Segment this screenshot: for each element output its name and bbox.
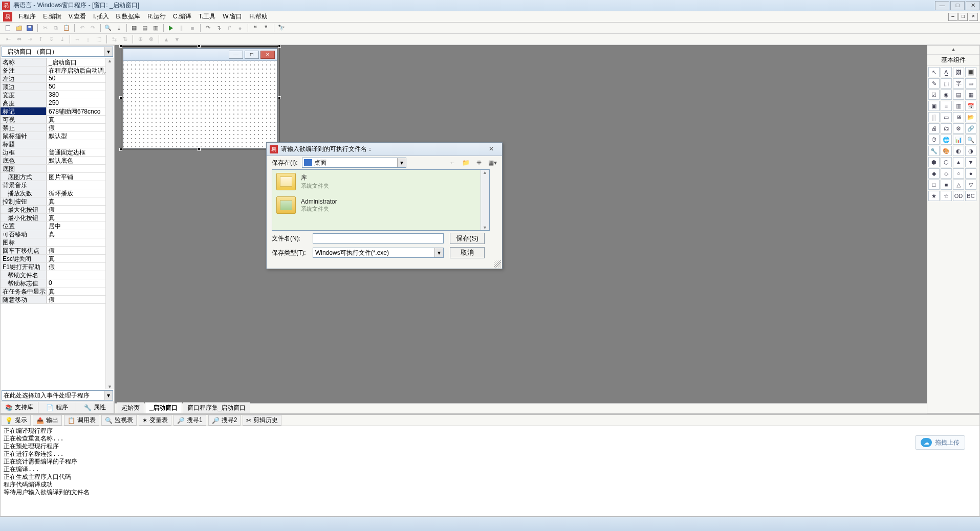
filetype-combo[interactable]: Windows可执行文件(*.exe) ▾ [313,248,444,258]
menu-tools[interactable]: T.工具 [195,12,219,21]
handle-ne[interactable] [278,45,281,48]
tb-run[interactable] [166,24,176,33]
prop-row[interactable]: 随意移动假 [1,296,114,304]
component-12[interactable]: ▣ [928,101,940,111]
list-item[interactable]: 库 系统文件夹 [272,170,489,193]
prop-value[interactable]: 循环播放 [47,189,114,197]
nav-back-icon[interactable]: ← [448,158,457,167]
dialog-titlebar[interactable]: 请输入欲编译到的可执行文件名： ✕ [267,143,502,156]
output-tab-2[interactable]: 📋调用表 [64,415,99,426]
component-27[interactable]: 🔍 [965,135,976,145]
output-tab-4[interactable]: ✶变量表 [139,415,171,426]
prop-value[interactable]: 真 [47,255,114,262]
mdi-close[interactable]: × [969,13,978,21]
prop-row[interactable]: 在任务条中显示真 [1,287,114,296]
prop-row[interactable]: 图标 [1,238,114,247]
tab-main-window[interactable]: _启动窗口 [145,402,182,413]
prop-value[interactable]: 假 [47,206,114,213]
al-vspace[interactable]: ⇅ [120,35,130,44]
view-menu-icon[interactable]: ▦▾ [488,158,497,167]
maximize-button[interactable]: □ [950,1,965,10]
al-top[interactable]: ⤒ [35,35,46,44]
tb-grid1[interactable]: ▦ [129,24,139,33]
prop-value[interactable]: 真 [47,116,114,123]
component-33[interactable]: ⬡ [941,157,952,167]
component-36[interactable]: ◆ [928,168,940,179]
output-tab-3[interactable]: 🔍监视表 [101,415,137,426]
component-44[interactable]: ★ [928,191,940,201]
al-vcenter[interactable]: ⇕ [46,35,56,44]
preview-min[interactable]: — [229,51,243,59]
component-45[interactable]: ☆ [941,191,952,201]
menu-window[interactable]: W.窗口 [219,12,246,21]
menu-program[interactable]: F.程序 [15,12,39,21]
component-9[interactable]: ◉ [941,90,952,100]
filename-input[interactable] [313,233,444,244]
prop-row[interactable]: 标记678辅助网678cnco… [1,107,114,116]
prop-value[interactable] [47,238,114,246]
prop-value[interactable]: 假 [47,296,114,303]
al-sameh[interactable]: ↕ [83,35,93,44]
al-samesize[interactable]: ⬚ [94,35,104,44]
prop-row[interactable]: 宽度380 [1,91,114,99]
prop-row[interactable]: 可否移动真 [1,230,114,238]
save-button[interactable]: 保存(S) [450,233,485,244]
preview-max[interactable]: □ [245,51,259,59]
component-23[interactable]: 🔗 [965,123,976,134]
component-21[interactable]: 🗂 [941,123,952,134]
prop-value[interactable]: 普通固定边框 [47,148,114,156]
prop-row[interactable]: Esc键关闭真 [1,255,114,263]
component-43[interactable]: ▽ [965,180,976,190]
al-back[interactable]: ▼ [172,35,182,44]
minimize-button[interactable]: — [935,1,949,10]
scrollbar[interactable] [105,58,114,389]
prop-row[interactable]: 底图方式图片平铺 [1,173,114,181]
event-selector[interactable]: 在此处选择加入事件处理子程序 ▾ [2,390,113,401]
component-35[interactable]: ▼ [965,157,976,167]
component-17[interactable]: ▭ [941,112,952,122]
component-30[interactable]: ◐ [953,146,964,156]
output-tab-7[interactable]: ✂剪辑历史 [243,415,281,426]
component-37[interactable]: ◇ [941,168,952,179]
prop-value[interactable] [47,165,114,172]
component-0[interactable]: ↖ [928,67,940,77]
prop-value[interactable]: 假 [47,124,114,131]
prop-value[interactable]: 假 [47,247,114,254]
tab-program[interactable]: 📄 程序 [38,402,76,413]
component-4[interactable]: ✎ [928,78,940,88]
prop-value[interactable]: 250 [47,99,114,107]
component-40[interactable]: □ [928,180,940,190]
component-15[interactable]: 📅 [965,101,976,111]
al-samew[interactable]: ↔ [72,35,82,44]
prop-row[interactable]: 最小化按钮真 [1,214,114,222]
handle-e[interactable] [278,96,281,99]
prop-row[interactable]: 边框普通固定边框 [1,148,114,157]
component-5[interactable]: ⬚ [941,78,952,88]
component-26[interactable]: 📊 [953,135,964,145]
tb-stepin[interactable]: ↴ [213,24,224,33]
drag-upload-badge[interactable]: ☁ 拖拽上传 [915,435,965,450]
prop-value[interactable] [47,271,114,279]
mdi-minimize[interactable]: – [948,13,957,21]
prop-row[interactable]: 背景音乐 [1,181,114,189]
prop-value[interactable]: 真 [47,197,114,205]
component-39[interactable]: ● [965,168,976,179]
tb-new[interactable] [3,24,13,33]
tb-find[interactable]: 🔍 [103,24,113,33]
tb-binoculars-icon[interactable]: 🔭 [276,24,287,33]
tb-pause[interactable]: ‖ [177,24,187,33]
menu-compile[interactable]: C.编译 [169,12,195,21]
tb-open[interactable] [14,24,24,33]
prop-row[interactable]: 帮助文件名 [1,271,114,279]
prop-row[interactable]: 名称_启动窗口 [1,58,114,67]
menu-insert[interactable]: I.插入 [90,12,113,21]
tb-undo[interactable]: ↶ [77,24,87,33]
tab-start[interactable]: 起始页 [117,402,144,413]
al-hspace[interactable]: ⇆ [109,35,119,44]
prop-value[interactable]: 真 [47,287,114,295]
handle-w[interactable] [119,96,122,99]
prop-row[interactable]: 左边50 [1,75,114,83]
component-13[interactable]: ≡ [941,101,952,111]
component-16[interactable]: ░ [928,112,940,122]
output-tab-1[interactable]: 📤输出 [33,415,62,426]
